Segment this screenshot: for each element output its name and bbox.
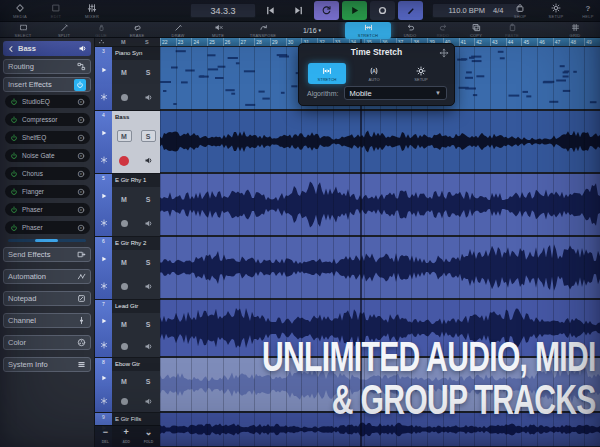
setup-button[interactable]: SETUP (540, 1, 572, 21)
freeze-icon[interactable] (100, 210, 108, 237)
select-tool-button[interactable]: SELECT (4, 22, 42, 38)
track-header-bass[interactable]: 4BassMS (95, 110, 160, 173)
effect-slot[interactable]: Choruse (5, 167, 90, 180)
edit-button[interactable]: EDIT (40, 1, 72, 21)
freeze-icon[interactable] (100, 147, 108, 174)
insert-effects-row[interactable]: Insert Effects (3, 77, 91, 92)
cycle-button[interactable] (314, 1, 339, 20)
split-tool-button[interactable]: SPLIT (46, 22, 82, 38)
edit-effect-icon[interactable]: e (77, 170, 85, 178)
mute-button[interactable]: M (121, 321, 127, 328)
monitor-speaker-icon[interactable] (144, 156, 153, 165)
routing-row[interactable]: Routing (3, 59, 91, 74)
solo-button[interactable]: S (146, 196, 151, 203)
pen-button[interactable] (398, 1, 423, 20)
mute-tool-button[interactable]: MUTE (200, 22, 236, 38)
arm-triangle-icon[interactable] (100, 120, 108, 147)
arm-triangle-icon[interactable] (100, 183, 108, 210)
edit-effect-icon[interactable]: e (77, 116, 85, 124)
power-icon[interactable] (10, 152, 18, 160)
solo-button[interactable]: S (146, 321, 151, 328)
power-icon[interactable] (10, 170, 18, 178)
mixer-button[interactable]: MIXER (76, 1, 108, 21)
grid-tool-button[interactable]: GRID (556, 22, 594, 38)
freeze-icon[interactable] (100, 83, 108, 110)
edit-effect-icon[interactable]: e (77, 98, 85, 106)
help-button[interactable]: ?HELP (572, 1, 600, 21)
freeze-icon[interactable] (100, 333, 108, 357)
arm-triangle-icon[interactable] (100, 56, 108, 83)
edit-effect-icon[interactable]: e (77, 188, 85, 196)
power-icon[interactable] (10, 224, 18, 232)
solo-button[interactable]: S (141, 130, 156, 142)
undo-tool-button[interactable]: UNDO (394, 22, 426, 38)
power-icon[interactable] (10, 188, 18, 196)
channel-row[interactable]: Channel (3, 313, 91, 328)
record-arm-button[interactable] (119, 156, 129, 166)
monitor-speaker-icon[interactable] (144, 93, 153, 102)
monitor-speaker-icon[interactable] (144, 219, 153, 228)
audio-region-e-gtr-rhy-2[interactable] (160, 237, 600, 298)
record-button[interactable] (370, 1, 395, 20)
edit-effect-icon[interactable]: e (77, 134, 85, 142)
effect-slot[interactable]: ShelfEQe (5, 131, 90, 144)
arm-triangle-icon[interactable] (100, 246, 108, 273)
effect-slot[interactable]: Compressore (5, 113, 90, 126)
erase-tool-button[interactable]: ERASE (118, 22, 156, 38)
stretch-mode-stretch[interactable]: STRETCH (308, 63, 346, 84)
edit-effect-icon[interactable]: e (77, 206, 85, 214)
freeze-icon[interactable] (100, 273, 108, 300)
arm-triangle-icon[interactable] (100, 309, 108, 333)
media-button[interactable]: MEDIA (4, 1, 36, 21)
track-visibility-icon[interactable] (98, 38, 105, 45)
add-track-button[interactable]: +ADD (122, 428, 130, 447)
automation-row[interactable]: Automation (3, 269, 91, 284)
record-arm-button[interactable] (121, 220, 128, 227)
edit-effect-icon[interactable]: e (77, 224, 85, 232)
stretch-mode-setup[interactable]: SETUP (402, 63, 440, 84)
system-info-row[interactable]: System Info (3, 357, 91, 372)
notepad-row[interactable]: Notepad (3, 291, 91, 306)
record-arm-button[interactable] (121, 283, 128, 290)
mute-button[interactable]: M (121, 196, 127, 203)
solo-button[interactable]: S (146, 69, 151, 76)
track-header-e-gtr-rhy-2[interactable]: 6E Gtr Rhy 2MS (95, 236, 160, 299)
effect-slot[interactable]: Phasere (5, 221, 90, 234)
redo-tool-button[interactable]: REDO (428, 22, 458, 38)
delete-track-button[interactable]: −DEL (102, 428, 109, 447)
audio-region-bass[interactable] (160, 111, 600, 172)
effect-slot[interactable]: Phasere (5, 203, 90, 216)
track-header-e-gtr-rhy-1[interactable]: 5E Gtr Rhy 1MS (95, 173, 160, 236)
position-display[interactable]: 34.3.3 (190, 3, 256, 18)
effect-slot[interactable]: Noise Gatee (5, 149, 90, 162)
solo-button[interactable]: S (146, 259, 151, 266)
glue-tool-button[interactable]: GLUE (86, 22, 116, 38)
send-effects-row[interactable]: Send Effects (3, 247, 91, 262)
draw-tool-button[interactable]: DRAW (160, 22, 196, 38)
effect-slot[interactable]: Flangere (5, 185, 90, 198)
power-icon[interactable] (10, 134, 18, 142)
power-icon[interactable] (10, 116, 18, 124)
audio-region-e-gtr-rhy-1[interactable] (160, 174, 600, 235)
transpose-tool-button[interactable]: TRANSPOSE (238, 22, 288, 38)
power-icon[interactable] (10, 98, 18, 106)
quantize-value-button[interactable]: 1/16▾ (294, 22, 330, 38)
play-button[interactable] (342, 1, 367, 20)
power-icon[interactable] (10, 206, 18, 214)
monitor-speaker-icon[interactable] (144, 282, 153, 291)
freeze-icon[interactable] (100, 390, 108, 413)
next-button[interactable] (286, 1, 311, 20)
track-header-piano-syn[interactable]: 3Piano SynMS (95, 46, 160, 110)
stretch-tool-button[interactable]: STRETCH (345, 22, 391, 39)
fold-tracks-button[interactable]: ⌄FOLD (144, 428, 154, 447)
mute-button[interactable]: M (117, 130, 132, 142)
effects-scrollbar[interactable] (8, 239, 86, 242)
effect-slot[interactable]: StudioEQe (5, 95, 90, 108)
record-arm-button[interactable] (121, 94, 128, 101)
prev-button[interactable] (258, 1, 283, 20)
algorithm-dropdown[interactable]: Mobile ▼ (344, 86, 447, 100)
copy-tool-button[interactable]: COPY (460, 22, 492, 38)
mute-button[interactable]: M (121, 69, 127, 76)
paste-tool-button[interactable]: PASTE (494, 22, 530, 38)
popup-move-handle-icon[interactable] (439, 48, 449, 58)
